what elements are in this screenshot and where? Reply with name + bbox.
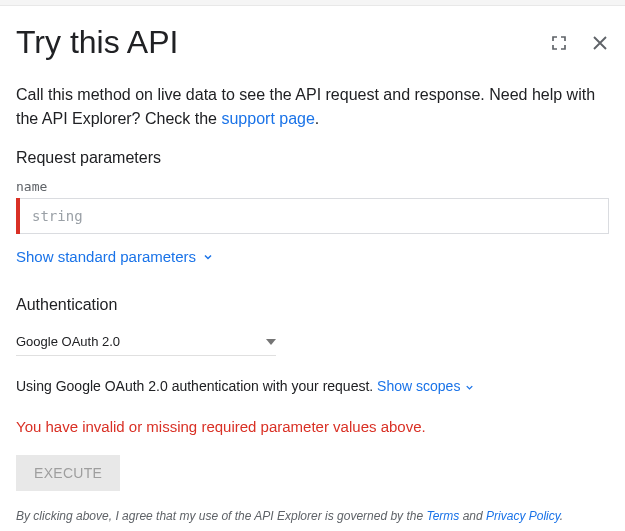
api-panel: Try this API Call this method on live da… [0,6,625,531]
param-name-label: name [16,179,609,194]
show-scopes-label: Show scopes [377,378,460,394]
description-suffix: . [315,110,319,127]
auth-select[interactable]: Google OAuth 2.0 [16,328,276,356]
execute-button[interactable]: EXECUTE [16,455,120,491]
disclaimer-suffix: . [560,509,563,523]
show-scopes-button[interactable]: Show scopes [377,378,475,394]
header-row: Try this API [16,24,609,61]
disclaimer-prefix: By clicking above, I agree that my use o… [16,509,426,523]
close-button[interactable] [591,34,609,52]
privacy-link[interactable]: Privacy Policy [486,509,560,523]
terms-link[interactable]: Terms [426,509,459,523]
page-title: Try this API [16,24,178,61]
disclaimer-text: By clicking above, I agree that my use o… [16,509,609,523]
header-icons [551,34,609,52]
fullscreen-button[interactable] [551,35,567,51]
auth-select-value: Google OAuth 2.0 [16,334,120,349]
show-standard-params-label: Show standard parameters [16,248,196,265]
chevron-down-icon [202,251,214,263]
description-text: Call this method on live data to see the… [16,83,609,131]
caret-down-icon [266,339,276,345]
error-message: You have invalid or missing required par… [16,418,609,435]
auth-section: Authentication Google OAuth 2.0 Using Go… [16,296,609,523]
show-standard-params-button[interactable]: Show standard parameters [16,248,214,265]
param-name-input[interactable] [20,198,609,234]
chevron-down-icon [464,382,475,393]
auth-description: Using Google OAuth 2.0 authentication wi… [16,378,609,394]
param-name-input-wrapper [16,198,609,234]
auth-desc-text: Using Google OAuth 2.0 authentication wi… [16,378,377,394]
auth-title: Authentication [16,296,609,314]
disclaimer-and: and [459,509,486,523]
request-params-title: Request parameters [16,149,609,167]
support-page-link[interactable]: support page [221,110,314,127]
fullscreen-icon [551,35,567,51]
close-icon [591,34,609,52]
